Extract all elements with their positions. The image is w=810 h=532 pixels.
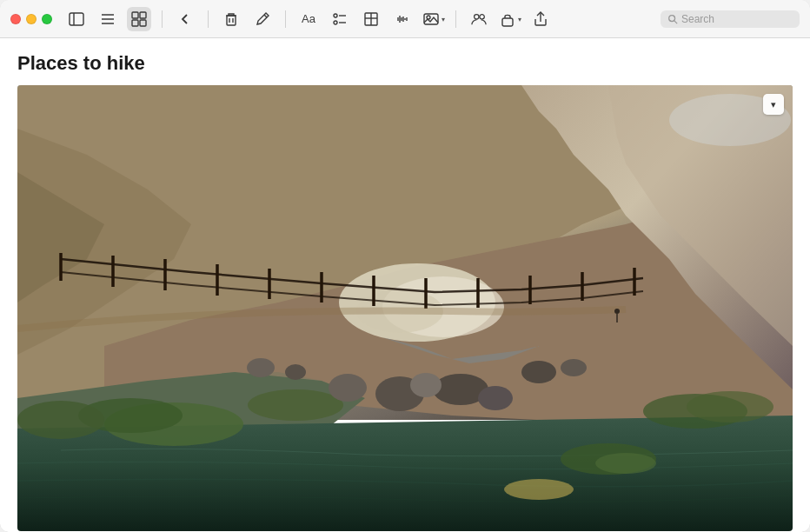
svg-rect-7 <box>132 20 138 26</box>
lock-button[interactable] <box>498 7 517 31</box>
svg-point-53 <box>478 386 513 410</box>
image-dropdown-button[interactable]: ▾ <box>763 94 784 115</box>
search-icon <box>667 14 678 24</box>
delete-button[interactable] <box>219 7 243 31</box>
svg-point-47 <box>595 453 656 474</box>
checklist-button[interactable] <box>328 7 352 31</box>
search-box[interactable] <box>661 10 800 28</box>
svg-point-52 <box>410 373 442 397</box>
svg-point-15 <box>334 21 337 24</box>
main-window: Aa <box>0 0 810 532</box>
svg-point-29 <box>427 16 430 19</box>
svg-rect-33 <box>502 18 513 26</box>
svg-point-42 <box>17 401 104 439</box>
share-button[interactable] <box>528 7 553 31</box>
media-button-group[interactable]: ▾ <box>422 7 445 31</box>
svg-rect-6 <box>140 12 146 18</box>
lock-dropdown-arrow[interactable]: ▾ <box>518 16 521 23</box>
maximize-button[interactable] <box>42 14 52 24</box>
note-image: ▾ <box>17 85 793 531</box>
svg-point-13 <box>334 14 337 17</box>
media-button[interactable] <box>422 7 441 31</box>
note-content: Places to hike <box>0 38 810 532</box>
svg-point-31 <box>480 14 484 18</box>
divider-3 <box>285 10 286 28</box>
landscape-scene: ▾ <box>17 85 793 531</box>
terrain-svg <box>17 85 793 531</box>
svg-rect-28 <box>424 14 438 24</box>
svg-point-48 <box>504 479 574 500</box>
divider-2 <box>208 10 209 28</box>
traffic-lights <box>10 14 52 24</box>
grid-view-button[interactable] <box>127 7 151 31</box>
lock-button-group[interactable]: ▾ <box>498 7 521 31</box>
svg-rect-9 <box>227 16 236 25</box>
divider-1 <box>162 10 163 28</box>
divider-4 <box>455 10 456 28</box>
list-view-button[interactable] <box>96 7 120 31</box>
svg-rect-5 <box>132 12 138 18</box>
format-icon: Aa <box>302 12 315 25</box>
format-button[interactable]: Aa <box>296 7 321 31</box>
dropdown-arrow-icon: ▾ <box>771 99 776 110</box>
edit-button[interactable] <box>250 7 275 31</box>
audio-button[interactable] <box>390 7 415 31</box>
svg-rect-8 <box>140 20 146 26</box>
back-button[interactable] <box>173 7 197 31</box>
close-button[interactable] <box>10 14 21 24</box>
svg-point-45 <box>687 391 773 422</box>
svg-point-50 <box>329 374 367 402</box>
svg-rect-0 <box>70 13 83 25</box>
svg-point-43 <box>248 389 343 421</box>
table-button[interactable] <box>359 7 383 31</box>
svg-line-35 <box>674 21 677 23</box>
svg-point-30 <box>475 14 479 18</box>
svg-point-56 <box>521 361 556 383</box>
search-input[interactable] <box>681 13 786 25</box>
note-title: Places to hike <box>17 52 793 75</box>
svg-point-34 <box>669 15 675 21</box>
svg-line-12 <box>264 15 267 17</box>
svg-point-55 <box>285 364 306 380</box>
titlebar: Aa <box>0 0 810 38</box>
svg-point-57 <box>561 359 587 376</box>
minimize-button[interactable] <box>26 14 37 24</box>
svg-point-70 <box>614 309 620 314</box>
sidebar-toggle-button[interactable] <box>64 7 89 31</box>
svg-point-54 <box>247 358 275 377</box>
media-dropdown-arrow[interactable]: ▾ <box>442 16 445 23</box>
collaborate-button[interactable] <box>467 7 491 31</box>
